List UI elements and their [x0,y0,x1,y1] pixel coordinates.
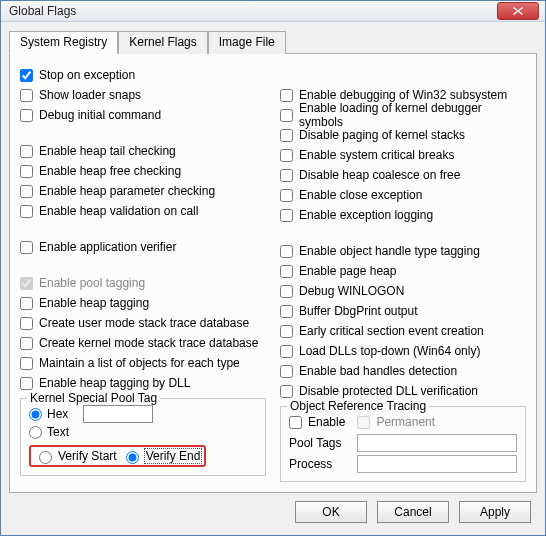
highlight-verify: Verify Start Verify End [29,445,206,467]
chk-kernel-symbols[interactable]: Enable loading of kernel debugger symbol… [280,106,526,124]
chk-exc-logging[interactable]: Enable exception logging [280,206,526,224]
input-process[interactable] [357,455,517,473]
close-button[interactable] [497,2,539,20]
lbl-stop-exception: Stop on exception [39,68,135,82]
chk-bad-handles[interactable]: Enable bad handles detection [280,362,526,380]
lbl-verify-end: Verify End [145,449,202,463]
lbl-buffer-dbg: Buffer DbgPrint output [299,304,418,318]
lbl-user-stack: Create user mode stack trace database [39,316,249,330]
button-row: OK Cancel Apply [9,493,537,527]
lbl-heap-valid: Enable heap validation on call [39,204,198,218]
chk-sys-critical[interactable]: Enable system critical breaks [280,146,526,164]
chk-ort-enable[interactable]: Enable [289,413,345,431]
cancel-button[interactable]: Cancel [377,501,449,523]
apply-button[interactable]: Apply [459,501,531,523]
chk-heap-tagging[interactable]: Enable heap tagging [20,294,266,312]
dialog-body: System Registry Kernel Flags Image File … [1,22,545,535]
lbl-load-dlls: Load DLLs top-down (Win64 only) [299,344,480,358]
lbl-bad-handles: Enable bad handles detection [299,364,457,378]
titlebar: Global Flags [1,1,545,22]
lbl-pool-tagging: Enable pool tagging [39,276,145,290]
lbl-heap-free: Enable heap free checking [39,164,181,178]
lbl-kernel-stack: Create kernel mode stack trace database [39,336,258,350]
chk-ort-permanent: Permanent [357,413,435,431]
chk-app-verifier[interactable]: Enable application verifier [20,238,266,256]
radio-text[interactable]: Text [29,423,69,441]
chk-disable-paging[interactable]: Disable paging of kernel stacks [280,126,526,144]
chk-buffer-dbg[interactable]: Buffer DbgPrint output [280,302,526,320]
lbl-text: Text [47,425,69,439]
chk-maintain-list[interactable]: Maintain a list of objects for each type [20,354,266,372]
chk-obj-handle[interactable]: Enable object handle type tagging [280,242,526,260]
ok-button[interactable]: OK [295,501,367,523]
lbl-sys-critical: Enable system critical breaks [299,148,454,162]
lbl-heap-tag-dll: Enable heap tagging by DLL [39,376,190,390]
lbl-heap-tail: Enable heap tail checking [39,144,176,158]
tab-image-file[interactable]: Image File [208,31,286,54]
chk-heap-tail[interactable]: Enable heap tail checking [20,142,266,160]
chk-close-exc[interactable]: Enable close exception [280,186,526,204]
chk-load-dlls[interactable]: Load DLLs top-down (Win64 only) [280,342,526,360]
chk-heap-free[interactable]: Enable heap free checking [20,162,266,180]
lbl-close-exc: Enable close exception [299,188,422,202]
lbl-debug-initial: Debug initial command [39,108,161,122]
lbl-app-verifier: Enable application verifier [39,240,176,254]
chk-page-heap[interactable]: Enable page heap [280,262,526,280]
lbl-ort-enable: Enable [308,415,345,429]
chk-pool-tagging: Enable pool tagging [20,274,266,292]
lbl-win32-debug: Enable debugging of Win32 subsystem [299,88,507,102]
lbl-disable-paging: Disable paging of kernel stacks [299,128,465,142]
lbl-exc-logging: Enable exception logging [299,208,433,222]
lbl-ort-permanent: Permanent [376,415,435,429]
radio-verify-end[interactable]: Verify End [121,448,202,464]
group-kernel-special-pool-tag: Kernel Special Pool Tag Hex Text Verify … [20,398,266,476]
lbl-debug-winlogon: Debug WINLOGON [299,284,404,298]
lbl-show-loader: Show loader snaps [39,88,141,102]
window: Global Flags System Registry Kernel Flag… [0,0,546,536]
chk-debug-winlogon[interactable]: Debug WINLOGON [280,282,526,300]
tab-panel: Stop on exception Show loader snaps Debu… [9,53,537,493]
right-column: Enable debugging of Win32 subsystem Enab… [280,66,526,482]
window-title: Global Flags [9,4,497,18]
lbl-early-critical: Early critical section event creation [299,324,484,338]
radio-verify-start[interactable]: Verify Start [34,448,117,464]
chk-stop-exception[interactable]: Stop on exception [20,66,266,84]
group-object-reference-tracing: Object Reference Tracing Enable Permanen… [280,406,526,482]
chk-heap-valid[interactable]: Enable heap validation on call [20,202,266,220]
chk-early-critical[interactable]: Early critical section event creation [280,322,526,340]
chk-disable-coalesce[interactable]: Disable heap coalesce on free [280,166,526,184]
tab-kernel-flags[interactable]: Kernel Flags [118,31,207,54]
radio-hex[interactable]: Hex [29,405,69,423]
chk-heap-tag-dll[interactable]: Enable heap tagging by DLL [20,374,266,392]
lbl-hex: Hex [47,407,68,421]
lbl-kernel-symbols: Enable loading of kernel debugger symbol… [299,101,526,129]
chk-kernel-stack[interactable]: Create kernel mode stack trace database [20,334,266,352]
lbl-page-heap: Enable page heap [299,264,396,278]
input-pool-tag[interactable] [83,405,153,423]
chk-heap-param[interactable]: Enable heap parameter checking [20,182,266,200]
lbl-disable-dll-verif: Disable protected DLL verification [299,384,478,398]
chk-user-stack[interactable]: Create user mode stack trace database [20,314,266,332]
chk-disable-dll-verif[interactable]: Disable protected DLL verification [280,382,526,400]
close-icon [513,7,523,15]
input-pool-tags[interactable] [357,434,517,452]
chk-show-loader[interactable]: Show loader snaps [20,86,266,104]
lbl-obj-handle: Enable object handle type tagging [299,244,480,258]
left-column: Stop on exception Show loader snaps Debu… [20,66,266,482]
lbl-disable-coalesce: Disable heap coalesce on free [299,168,460,182]
legend-ort: Object Reference Tracing [287,399,429,413]
chk-debug-initial[interactable]: Debug initial command [20,106,266,124]
lbl-maintain-list: Maintain a list of objects for each type [39,356,240,370]
tabstrip: System Registry Kernel Flags Image File [9,30,537,53]
legend-kspt: Kernel Special Pool Tag [27,391,160,405]
lbl-pool-tags: Pool Tags [289,436,351,450]
lbl-process: Process [289,457,351,471]
lbl-verify-start: Verify Start [58,449,117,463]
tab-system-registry[interactable]: System Registry [9,31,118,54]
lbl-heap-tagging: Enable heap tagging [39,296,149,310]
lbl-heap-param: Enable heap parameter checking [39,184,215,198]
